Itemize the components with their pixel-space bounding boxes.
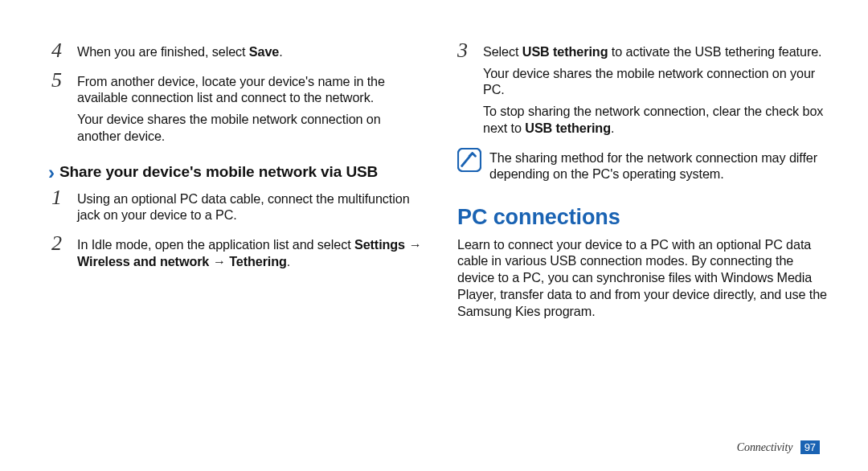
text-bold: USB tethering [525,121,611,135]
footer-page-number: 97 [800,440,820,454]
step-5-p2: Your device shares the mobile network co… [77,111,422,144]
text-fragment: → [209,254,229,268]
note-block: The sharing method for the network conne… [457,148,828,182]
step-body: In Idle mode, open the application list … [77,235,422,274]
step-2-text: In Idle mode, open the application list … [77,236,422,269]
step-5-p1: From another device, locate your device'… [77,73,422,106]
step-number: 3 [457,40,478,61]
text-bold: Save [249,44,279,59]
text-fragment: . [287,254,290,268]
text-fragment: → [405,237,422,252]
step-4-text: When you are finished, select Save. [77,43,422,60]
text-bold: Settings [354,237,405,252]
step-3: 3 Select USB tethering to activate the U… [457,42,828,141]
step-3-p3: To stop sharing the network connection, … [483,103,828,136]
text-fragment: to activate the USB tethering feature. [608,44,821,59]
step-5: 5 From another device, locate your devic… [51,72,422,149]
step-3-p2: Your device shares the mobile network co… [483,65,828,98]
page-root: 4 When you are finished, select Save. 5 … [0,0,868,471]
step-number: 4 [51,40,72,61]
step-4: 4 When you are finished, select Save. [51,42,422,65]
section-heading: PC connections [457,203,828,231]
footer-section: Connectivity [737,441,793,453]
chevron-right-icon: › [48,163,55,182]
note-text: The sharing method for the network conne… [489,148,828,182]
right-column: 3 Select USB tethering to activate the U… [457,42,828,447]
text-bold: Tethering [229,254,287,268]
text-fragment: When you are finished, select [77,44,249,59]
step-number: 2 [51,233,72,254]
left-column: 4 When you are finished, select Save. 5 … [51,42,422,447]
subsection-heading: Share your device's mobile network via U… [59,162,378,181]
step-number: 1 [51,187,72,208]
step-body: Select USB tethering to activate the USB… [483,42,828,141]
step-2: 2 In Idle mode, open the application lis… [51,235,422,274]
text-fragment: Select [483,44,522,59]
note-icon [457,148,481,172]
text-fragment: . [279,44,282,59]
step-number: 5 [51,70,72,91]
step-body: When you are finished, select Save. [77,42,422,65]
step-1: 1 Using an optional PC data cable, conne… [51,189,422,228]
section-paragraph: Learn to connect your device to a PC wit… [457,236,828,320]
subsection-heading-row: › Share your device's mobile network via… [48,162,422,182]
text-fragment: In Idle mode, open the application list … [77,237,354,252]
text-bold: Wireless and network [77,254,209,268]
text-bold: USB tethering [522,44,608,59]
step-body: Using an optional PC data cable, connect… [77,189,422,228]
page-footer: Connectivity 97 [737,440,820,455]
step-3-p1: Select USB tethering to activate the USB… [483,43,828,60]
step-1-p1: Using an optional PC data cable, connect… [77,190,422,223]
svg-rect-0 [458,149,481,171]
text-fragment: . [611,121,614,135]
step-body: From another device, locate your device'… [77,72,422,149]
